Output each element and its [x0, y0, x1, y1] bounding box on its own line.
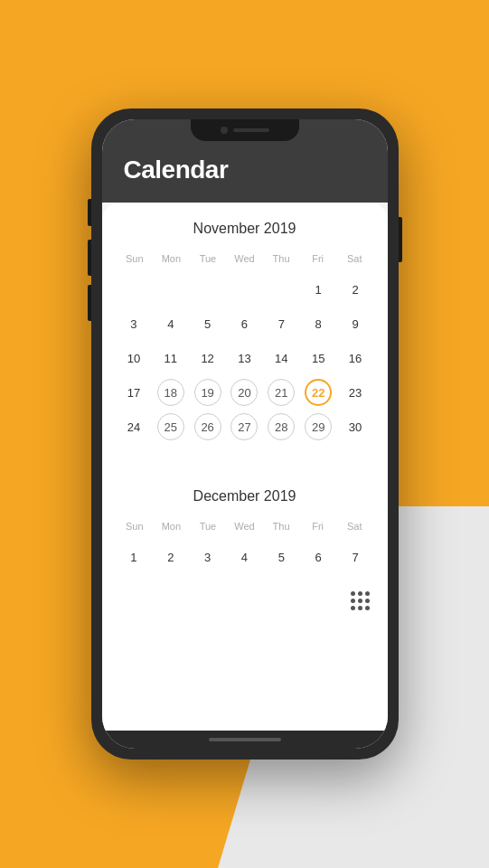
- day-empty: [190, 273, 225, 306]
- calendar-card[interactable]: November 2019 Sun Mon Tue Wed Thu Fri Sa…: [102, 203, 388, 731]
- dec-weekday-mon: Mon: [153, 517, 190, 535]
- day-14[interactable]: 14: [264, 342, 299, 374]
- day-2[interactable]: 2: [338, 273, 373, 306]
- grid-dot: [365, 591, 370, 596]
- day-22-today[interactable]: 22: [301, 376, 336, 409]
- day-12[interactable]: 12: [190, 342, 225, 374]
- camera: [221, 127, 228, 134]
- day-empty: [264, 273, 299, 306]
- dec-day-3[interactable]: 3: [190, 541, 225, 573]
- december-title: December 2019: [117, 488, 373, 505]
- weekday-thu: Thu: [263, 250, 300, 268]
- phone-shell: Calendar November 2019 Sun Mon Tue Wed T…: [91, 108, 399, 760]
- day-16[interactable]: 16: [338, 342, 373, 374]
- dec-day-1[interactable]: 1: [117, 541, 152, 573]
- december-section: December 2019 Sun Mon Tue Wed Thu Fri Sa…: [102, 470, 388, 582]
- day-24[interactable]: 24: [117, 410, 152, 443]
- weekday-wed: Wed: [226, 250, 263, 268]
- app-title: Calendar: [124, 156, 366, 184]
- day-19[interactable]: 19: [190, 376, 225, 409]
- day-empty: [153, 273, 188, 306]
- grid-dot: [358, 591, 362, 596]
- dec-weekday-sun: Sun: [117, 517, 154, 535]
- weekday-sun: Sun: [117, 250, 154, 268]
- grid-dot: [351, 591, 355, 596]
- december-days: 1 2 3 4 5 6 7: [117, 541, 373, 573]
- day-17[interactable]: 17: [117, 376, 152, 409]
- day-30[interactable]: 30: [338, 410, 373, 443]
- day-4[interactable]: 4: [153, 307, 188, 340]
- grid-dot: [365, 599, 370, 603]
- dec-day-4[interactable]: 4: [227, 541, 262, 573]
- november-title: November 2019: [117, 221, 373, 237]
- home-bar: [209, 738, 281, 741]
- home-indicator: [102, 731, 388, 749]
- day-empty: [227, 273, 262, 306]
- bottom-bar: [102, 582, 388, 619]
- weekday-sat: Sat: [336, 250, 373, 268]
- mute-button: [88, 199, 91, 226]
- grid-dot: [365, 606, 370, 610]
- day-5[interactable]: 5: [190, 307, 225, 340]
- december-weekdays: Sun Mon Tue Wed Thu Fri Sat: [117, 517, 373, 535]
- november-weekdays: Sun Mon Tue Wed Thu Fri Sat: [117, 250, 373, 268]
- grid-dot: [358, 606, 362, 610]
- day-27[interactable]: 27: [227, 410, 262, 443]
- grid-dot: [358, 599, 362, 603]
- grid-icon[interactable]: [351, 591, 370, 610]
- dec-day-6[interactable]: 6: [301, 541, 336, 573]
- day-10[interactable]: 10: [117, 342, 152, 374]
- grid-dot: [351, 606, 355, 610]
- day-13[interactable]: 13: [227, 342, 262, 374]
- dec-weekday-fri: Fri: [299, 517, 336, 535]
- day-9[interactable]: 9: [338, 307, 373, 340]
- dec-day-2[interactable]: 2: [153, 541, 188, 573]
- volume-button: [399, 217, 402, 262]
- dec-weekday-thu: Thu: [263, 517, 300, 535]
- day-29[interactable]: 29: [301, 410, 336, 443]
- day-8[interactable]: 8: [301, 307, 336, 340]
- speaker: [233, 128, 269, 132]
- day-26[interactable]: 26: [190, 410, 225, 443]
- day-28[interactable]: 28: [264, 410, 299, 443]
- month-divider: [102, 452, 388, 470]
- phone-notch: [191, 119, 299, 141]
- day-25[interactable]: 25: [153, 410, 188, 443]
- weekday-mon: Mon: [153, 250, 190, 268]
- vol-down-button: [88, 285, 91, 321]
- november-days: 1 2 3 4 5 6 7 8 9 10 11 12 13 14 15: [117, 273, 373, 443]
- day-empty: [117, 273, 152, 306]
- dec-weekday-wed: Wed: [226, 517, 263, 535]
- day-15[interactable]: 15: [301, 342, 336, 374]
- dec-weekday-sat: Sat: [336, 517, 373, 535]
- dec-day-5[interactable]: 5: [264, 541, 299, 573]
- weekday-fri: Fri: [299, 250, 336, 268]
- vol-up-button: [88, 240, 91, 276]
- day-23[interactable]: 23: [338, 376, 373, 409]
- day-11[interactable]: 11: [153, 342, 188, 374]
- day-18[interactable]: 18: [153, 376, 188, 409]
- dec-day-7[interactable]: 7: [338, 541, 373, 573]
- grid-dot: [351, 599, 355, 603]
- november-section: November 2019 Sun Mon Tue Wed Thu Fri Sa…: [102, 203, 388, 452]
- weekday-tue: Tue: [190, 250, 227, 268]
- dec-weekday-tue: Tue: [190, 517, 227, 535]
- day-3[interactable]: 3: [117, 307, 152, 340]
- day-20[interactable]: 20: [227, 376, 262, 409]
- day-7[interactable]: 7: [264, 307, 299, 340]
- screen: Calendar November 2019 Sun Mon Tue Wed T…: [102, 119, 388, 749]
- day-21[interactable]: 21: [264, 376, 299, 409]
- day-6[interactable]: 6: [227, 307, 262, 340]
- day-1[interactable]: 1: [301, 273, 336, 306]
